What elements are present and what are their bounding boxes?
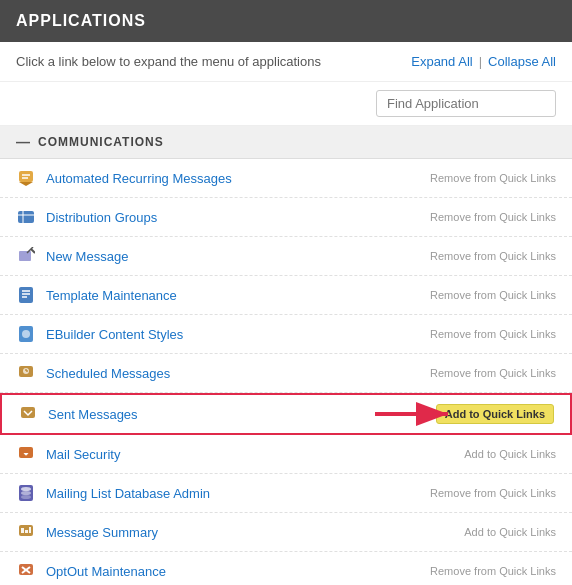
page-wrapper: APPLICATIONS Click a link below to expan…	[0, 0, 572, 585]
mail-security-icon	[16, 444, 36, 464]
top-bar-description: Click a link below to expand the menu of…	[16, 54, 321, 69]
ebuilder-content-styles-icon	[16, 324, 36, 344]
message-summary-icon	[16, 522, 36, 542]
svg-point-15	[22, 330, 30, 338]
svg-rect-0	[19, 171, 33, 182]
ebuilder-content-styles-action: Remove from Quick Links	[430, 328, 556, 340]
menu-item-sent-messages: Sent Messages Add to Quick Links	[0, 393, 572, 435]
section-label: COMMUNICATIONS	[38, 135, 164, 149]
mailing-list-database-admin-label[interactable]: Mailing List Database Admin	[46, 486, 210, 501]
menu-item-distribution-groups: Distribution GroupsRemove from Quick Lin…	[0, 198, 572, 237]
scheduled-messages-label[interactable]: Scheduled Messages	[46, 366, 170, 381]
top-bar: Click a link below to expand the menu of…	[0, 42, 572, 82]
search-bar	[0, 82, 572, 126]
menu-item-template-maintenance: Template MaintenanceRemove from Quick Li…	[0, 276, 572, 315]
svg-point-26	[21, 491, 31, 495]
message-summary-label[interactable]: Message Summary	[46, 525, 158, 540]
menu-item-message-summary: Message SummaryAdd to Quick Links	[0, 513, 572, 552]
menu-item-new-message: New MessageRemove from Quick Links	[0, 237, 572, 276]
mail-security-action: Add to Quick Links	[464, 448, 556, 460]
menu-item-mail-security: Mail SecurityAdd to Quick Links	[0, 435, 572, 474]
menu-item-left-message-summary: Message Summary	[16, 522, 158, 542]
section-collapse-icon[interactable]: —	[16, 134, 30, 150]
menu-item-left-new-message: New Message	[16, 246, 128, 266]
mailing-list-database-admin-action: Remove from Quick Links	[430, 487, 556, 499]
automated-recurring-messages-icon	[16, 168, 36, 188]
new-message-icon	[16, 246, 36, 266]
search-input[interactable]	[376, 90, 556, 117]
menu-item-left-distribution-groups: Distribution Groups	[16, 207, 157, 227]
svg-point-27	[21, 495, 31, 499]
menu-item-left-scheduled-messages: Scheduled Messages	[16, 363, 170, 383]
menu-item-left-mailing-list-database-admin: Mailing List Database Admin	[16, 483, 210, 503]
page-title: APPLICATIONS	[16, 12, 556, 30]
menu-item-left-mail-security: Mail Security	[16, 444, 120, 464]
new-message-action: Remove from Quick Links	[430, 250, 556, 262]
collapse-all-link[interactable]: Collapse All	[488, 54, 556, 69]
menu-item-mailing-list-database-admin: Mailing List Database AdminRemove from Q…	[0, 474, 572, 513]
svg-rect-7	[19, 251, 31, 261]
template-maintenance-icon	[16, 285, 36, 305]
page-header: APPLICATIONS	[0, 0, 572, 42]
svg-rect-31	[29, 527, 31, 533]
optout-maintenance-label[interactable]: OptOut Maintenance	[46, 564, 166, 579]
menu-item-automated-recurring-messages: Automated Recurring MessagesRemove from …	[0, 159, 572, 198]
menu-item-ebuilder-content-styles: EBuilder Content StylesRemove from Quick…	[0, 315, 572, 354]
sent-messages-label[interactable]: Sent Messages	[48, 407, 138, 422]
distribution-groups-label[interactable]: Distribution Groups	[46, 210, 157, 225]
arrow-indicator	[370, 399, 460, 429]
top-bar-links: Expand All | Collapse All	[411, 54, 556, 69]
menu-item-left-ebuilder-content-styles: EBuilder Content Styles	[16, 324, 183, 344]
distribution-groups-icon	[16, 207, 36, 227]
svg-rect-23	[19, 447, 33, 458]
template-maintenance-label[interactable]: Template Maintenance	[46, 288, 177, 303]
svg-rect-29	[21, 528, 24, 533]
svg-marker-1	[19, 182, 33, 186]
svg-rect-30	[25, 530, 28, 533]
ebuilder-content-styles-label[interactable]: EBuilder Content Styles	[46, 327, 183, 342]
arrow-svg	[370, 399, 460, 429]
svg-rect-10	[19, 287, 33, 303]
svg-point-25	[21, 487, 31, 491]
expand-all-link[interactable]: Expand All	[411, 54, 472, 69]
menu-item-left-sent-messages: Sent Messages	[18, 404, 138, 424]
sent-messages-icon	[18, 404, 38, 424]
new-message-label[interactable]: New Message	[46, 249, 128, 264]
link-divider: |	[479, 54, 482, 69]
svg-line-8	[31, 249, 35, 253]
svg-rect-20	[21, 407, 35, 418]
menu-list: Automated Recurring MessagesRemove from …	[0, 159, 572, 585]
scheduled-messages-action: Remove from Quick Links	[430, 367, 556, 379]
mail-security-label[interactable]: Mail Security	[46, 447, 120, 462]
menu-item-left-template-maintenance: Template Maintenance	[16, 285, 177, 305]
automated-recurring-messages-label[interactable]: Automated Recurring Messages	[46, 171, 232, 186]
scheduled-messages-icon	[16, 363, 36, 383]
automated-recurring-messages-action: Remove from Quick Links	[430, 172, 556, 184]
optout-maintenance-icon	[16, 561, 36, 581]
template-maintenance-action: Remove from Quick Links	[430, 289, 556, 301]
menu-item-optout-maintenance: OptOut MaintenanceRemove from Quick Link…	[0, 552, 572, 585]
optout-maintenance-action: Remove from Quick Links	[430, 565, 556, 577]
mailing-list-database-admin-icon	[16, 483, 36, 503]
menu-item-scheduled-messages: Scheduled MessagesRemove from Quick Link…	[0, 354, 572, 393]
menu-item-left-optout-maintenance: OptOut Maintenance	[16, 561, 166, 581]
distribution-groups-action: Remove from Quick Links	[430, 211, 556, 223]
section-header: — COMMUNICATIONS	[0, 126, 572, 159]
svg-rect-4	[18, 211, 34, 223]
menu-item-left-automated-recurring-messages: Automated Recurring Messages	[16, 168, 232, 188]
message-summary-action: Add to Quick Links	[464, 526, 556, 538]
